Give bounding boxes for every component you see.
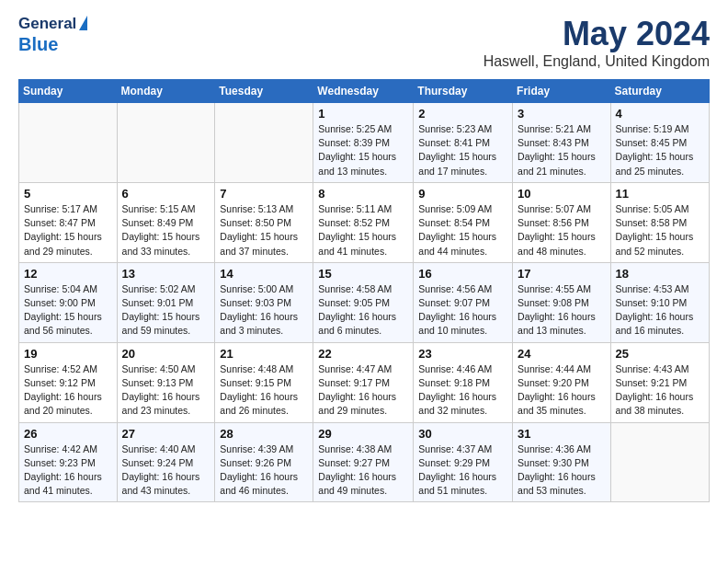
calendar-header-saturday: Saturday — [610, 80, 709, 103]
day-info: Sunrise: 5:15 AM Sunset: 8:49 PM Dayligh… — [122, 202, 210, 259]
day-info: Sunrise: 5:23 AM Sunset: 8:41 PM Dayligh… — [418, 122, 507, 178]
logo-triangle-icon — [79, 16, 87, 30]
location-subtitle: Haswell, England, United Kingdom — [483, 53, 710, 70]
calendar-cell: 21Sunrise: 4:48 AM Sunset: 9:15 PM Dayli… — [215, 342, 313, 422]
day-number: 27 — [122, 427, 210, 441]
calendar-header-thursday: Thursday — [414, 80, 513, 103]
day-info: Sunrise: 5:11 AM Sunset: 8:52 PM Dayligh… — [318, 202, 408, 259]
calendar-week-row: 26Sunrise: 4:42 AM Sunset: 9:23 PM Dayli… — [19, 422, 710, 502]
day-info: Sunrise: 5:19 AM Sunset: 8:45 PM Dayligh… — [616, 122, 704, 178]
day-number: 25 — [616, 347, 704, 361]
day-number: 30 — [418, 427, 507, 441]
day-number: 4 — [616, 107, 704, 121]
day-info: Sunrise: 4:48 AM Sunset: 9:15 PM Dayligh… — [220, 362, 308, 419]
day-info: Sunrise: 4:39 AM Sunset: 9:26 PM Dayligh… — [220, 442, 308, 499]
day-number: 26 — [24, 427, 112, 441]
day-number: 20 — [122, 347, 210, 361]
day-info: Sunrise: 5:00 AM Sunset: 9:03 PM Dayligh… — [220, 282, 308, 339]
calendar-week-row: 12Sunrise: 5:04 AM Sunset: 9:00 PM Dayli… — [19, 262, 710, 342]
day-info: Sunrise: 4:53 AM Sunset: 9:10 PM Dayligh… — [616, 282, 704, 339]
day-info: Sunrise: 4:56 AM Sunset: 9:07 PM Dayligh… — [418, 282, 507, 339]
day-info: Sunrise: 4:37 AM Sunset: 9:29 PM Dayligh… — [418, 442, 507, 499]
day-info: Sunrise: 5:17 AM Sunset: 8:47 PM Dayligh… — [24, 202, 112, 259]
calendar-cell: 11Sunrise: 5:05 AM Sunset: 8:58 PM Dayli… — [610, 182, 709, 262]
calendar-cell: 1Sunrise: 5:25 AM Sunset: 8:39 PM Daylig… — [313, 103, 414, 183]
day-info: Sunrise: 5:09 AM Sunset: 8:54 PM Dayligh… — [418, 202, 507, 259]
calendar-cell: 28Sunrise: 4:39 AM Sunset: 9:26 PM Dayli… — [215, 422, 313, 502]
calendar-cell: 14Sunrise: 5:00 AM Sunset: 9:03 PM Dayli… — [215, 262, 313, 342]
day-info: Sunrise: 5:05 AM Sunset: 8:58 PM Dayligh… — [616, 202, 704, 259]
day-number: 22 — [318, 347, 408, 361]
calendar-cell: 18Sunrise: 4:53 AM Sunset: 9:10 PM Dayli… — [610, 262, 709, 342]
calendar-week-row: 19Sunrise: 4:52 AM Sunset: 9:12 PM Dayli… — [19, 342, 710, 422]
day-number: 17 — [518, 267, 606, 281]
day-number: 6 — [122, 187, 210, 201]
day-number: 31 — [518, 427, 606, 441]
day-number: 2 — [418, 107, 507, 121]
day-number: 8 — [318, 187, 408, 201]
day-info: Sunrise: 4:52 AM Sunset: 9:12 PM Dayligh… — [24, 362, 112, 419]
day-number: 9 — [418, 187, 507, 201]
calendar-cell: 13Sunrise: 5:02 AM Sunset: 9:01 PM Dayli… — [117, 262, 215, 342]
day-number: 12 — [24, 267, 112, 281]
day-info: Sunrise: 4:55 AM Sunset: 9:08 PM Dayligh… — [518, 282, 606, 339]
logo-general: General — [18, 15, 76, 33]
day-info: Sunrise: 5:21 AM Sunset: 8:43 PM Dayligh… — [518, 122, 606, 178]
day-info: Sunrise: 5:02 AM Sunset: 9:01 PM Dayligh… — [122, 282, 210, 339]
calendar-cell: 27Sunrise: 4:40 AM Sunset: 9:24 PM Dayli… — [117, 422, 215, 502]
calendar-cell — [19, 103, 118, 183]
calendar-cell: 4Sunrise: 5:19 AM Sunset: 8:45 PM Daylig… — [610, 103, 709, 183]
calendar-cell: 24Sunrise: 4:44 AM Sunset: 9:20 PM Dayli… — [513, 342, 611, 422]
day-number: 10 — [518, 187, 606, 201]
day-info: Sunrise: 4:44 AM Sunset: 9:20 PM Dayligh… — [518, 362, 606, 419]
day-info: Sunrise: 4:42 AM Sunset: 9:23 PM Dayligh… — [24, 442, 112, 499]
calendar-cell: 19Sunrise: 4:52 AM Sunset: 9:12 PM Dayli… — [19, 342, 118, 422]
day-number: 21 — [220, 347, 308, 361]
day-info: Sunrise: 4:46 AM Sunset: 9:18 PM Dayligh… — [418, 362, 507, 419]
day-info: Sunrise: 4:40 AM Sunset: 9:24 PM Dayligh… — [122, 442, 210, 499]
calendar-table: SundayMondayTuesdayWednesdayThursdayFrid… — [18, 79, 710, 502]
day-number: 19 — [24, 347, 112, 361]
calendar-header-friday: Friday — [513, 80, 611, 103]
calendar-cell — [215, 103, 313, 183]
day-info: Sunrise: 5:13 AM Sunset: 8:50 PM Dayligh… — [220, 202, 308, 259]
calendar-cell: 16Sunrise: 4:56 AM Sunset: 9:07 PM Dayli… — [414, 262, 513, 342]
day-number: 14 — [220, 267, 308, 281]
calendar-cell: 6Sunrise: 5:15 AM Sunset: 8:49 PM Daylig… — [117, 182, 215, 262]
day-number: 24 — [518, 347, 606, 361]
day-number: 13 — [122, 267, 210, 281]
logo-blue: Blue — [18, 34, 58, 54]
calendar-cell: 15Sunrise: 4:58 AM Sunset: 9:05 PM Dayli… — [313, 262, 414, 342]
day-number: 3 — [518, 107, 606, 121]
day-info: Sunrise: 5:04 AM Sunset: 9:00 PM Dayligh… — [24, 282, 112, 339]
calendar-header-wednesday: Wednesday — [313, 80, 414, 103]
day-info: Sunrise: 4:58 AM Sunset: 9:05 PM Dayligh… — [318, 282, 408, 339]
calendar-header-row: SundayMondayTuesdayWednesdayThursdayFrid… — [19, 80, 710, 103]
calendar-cell: 7Sunrise: 5:13 AM Sunset: 8:50 PM Daylig… — [215, 182, 313, 262]
calendar-cell: 5Sunrise: 5:17 AM Sunset: 8:47 PM Daylig… — [19, 182, 118, 262]
day-number: 11 — [616, 187, 704, 201]
calendar-cell: 12Sunrise: 5:04 AM Sunset: 9:00 PM Dayli… — [19, 262, 118, 342]
calendar-cell: 22Sunrise: 4:47 AM Sunset: 9:17 PM Dayli… — [313, 342, 414, 422]
calendar-cell: 9Sunrise: 5:09 AM Sunset: 8:54 PM Daylig… — [414, 182, 513, 262]
day-info: Sunrise: 4:36 AM Sunset: 9:30 PM Dayligh… — [518, 442, 606, 499]
calendar-cell: 30Sunrise: 4:37 AM Sunset: 9:29 PM Dayli… — [414, 422, 513, 502]
day-number: 15 — [318, 267, 408, 281]
day-number: 1 — [318, 107, 408, 121]
day-info: Sunrise: 4:43 AM Sunset: 9:21 PM Dayligh… — [616, 362, 704, 419]
logo: General Blue — [18, 15, 87, 55]
calendar-cell: 10Sunrise: 5:07 AM Sunset: 8:56 PM Dayli… — [513, 182, 611, 262]
page: General Blue May 2024 Haswell, England, … — [0, 0, 728, 517]
day-number: 16 — [418, 267, 507, 281]
calendar-week-row: 5Sunrise: 5:17 AM Sunset: 8:47 PM Daylig… — [19, 182, 710, 262]
calendar-header-tuesday: Tuesday — [215, 80, 313, 103]
day-info: Sunrise: 5:07 AM Sunset: 8:56 PM Dayligh… — [518, 202, 606, 259]
calendar-cell: 29Sunrise: 4:38 AM Sunset: 9:27 PM Dayli… — [313, 422, 414, 502]
calendar-cell: 20Sunrise: 4:50 AM Sunset: 9:13 PM Dayli… — [117, 342, 215, 422]
day-info: Sunrise: 4:38 AM Sunset: 9:27 PM Dayligh… — [318, 442, 408, 499]
header: General Blue May 2024 Haswell, England, … — [18, 15, 710, 70]
calendar-cell — [117, 103, 215, 183]
calendar-cell — [610, 422, 709, 502]
calendar-cell: 23Sunrise: 4:46 AM Sunset: 9:18 PM Dayli… — [414, 342, 513, 422]
day-number: 28 — [220, 427, 308, 441]
